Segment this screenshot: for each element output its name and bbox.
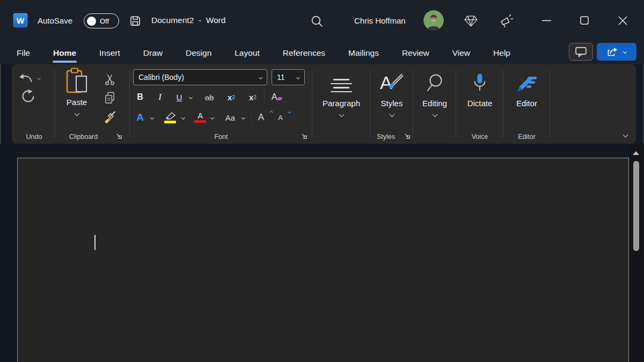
collapse-ribbon-button[interactable] [624, 130, 627, 138]
styles-dialog-launcher[interactable] [402, 132, 411, 141]
word-logo-icon[interactable]: W [13, 13, 28, 28]
editing-group: Editing [413, 64, 456, 144]
tab-design[interactable]: Design [186, 48, 211, 58]
font-color-icon: A [194, 113, 206, 123]
rewards-gem-button[interactable] [463, 14, 478, 28]
editing-chevron [432, 112, 437, 117]
text-effects-dropdown[interactable] [147, 109, 157, 125]
tab-mailings[interactable]: Mailings [348, 48, 379, 58]
comment-icon [575, 46, 587, 57]
copy-button[interactable] [100, 89, 119, 106]
autosave-label: AutoSave [38, 16, 72, 25]
subscript-base: x [228, 93, 232, 102]
change-case-button[interactable]: Aa [222, 109, 238, 125]
subscript-button[interactable]: x2 [223, 89, 239, 105]
highlighter-icon [164, 112, 176, 123]
styles-label: Styles [381, 99, 403, 108]
editing-label: Editing [422, 99, 447, 108]
clear-formatting-button[interactable]: A [268, 89, 285, 105]
underline-dropdown[interactable] [186, 89, 195, 105]
paragraph-dropdown-button[interactable]: Paragraph [312, 68, 370, 116]
editor-group-label: Editor [503, 133, 550, 141]
cut-scissors-icon [104, 73, 116, 86]
tab-view[interactable]: View [452, 48, 470, 58]
gem-icon [464, 15, 478, 27]
user-name[interactable]: Chris Hoffman [354, 16, 406, 25]
close-button[interactable] [610, 10, 635, 31]
editor-label: Editor [516, 99, 537, 108]
redo-icon [21, 89, 35, 104]
avatar[interactable] [423, 10, 444, 31]
clipboard-group: Paste [55, 64, 130, 144]
grow-font-button[interactable]: A [255, 109, 272, 125]
styles-button[interactable]: A Styles [370, 68, 413, 116]
font-color-button[interactable]: A [193, 109, 207, 125]
document-title: Document2 - Word [151, 16, 225, 25]
font-row-2: B I U ab x2 x2 A [133, 88, 312, 106]
italic-button[interactable]: I [153, 89, 166, 105]
styles-group: A Styles Styles [370, 64, 413, 144]
tab-draw[interactable]: Draw [143, 48, 163, 58]
editing-button[interactable]: Editing [413, 68, 456, 116]
font-name-combobox[interactable]: Calibri (Body) [133, 69, 267, 85]
undo-icon [18, 72, 33, 84]
change-case-dropdown[interactable] [238, 109, 248, 125]
save-button[interactable] [128, 14, 142, 28]
editor-button[interactable]: Editor [503, 68, 550, 108]
font-dialog-launcher[interactable] [299, 132, 308, 141]
scrollbar-thumb[interactable] [633, 161, 639, 251]
tab-insert[interactable]: Insert [99, 48, 120, 58]
text-cursor [94, 235, 96, 250]
comments-button[interactable] [569, 43, 593, 61]
search-button[interactable] [310, 14, 324, 28]
clear-formatting-icon: A [272, 92, 282, 102]
tab-file[interactable]: File [17, 48, 30, 58]
font-name-chevron [259, 75, 262, 79]
highlight-color-dropdown[interactable] [178, 109, 188, 125]
dictate-button[interactable]: Dictate [456, 68, 503, 108]
paragraph-icon [331, 68, 352, 95]
autosave-toggle[interactable]: Off [84, 13, 119, 28]
dictate-label: Dictate [467, 99, 493, 108]
undo-dropdown-chevron [37, 76, 41, 79]
redo-button[interactable] [19, 89, 36, 105]
scroll-up-arrow[interactable] [633, 151, 639, 155]
paste-label: Paste [67, 98, 87, 107]
font-row-3: A A [133, 109, 312, 126]
ribbon-tab-bar: File Home Insert Draw Design Layout Refe… [0, 42, 644, 64]
document-canvas[interactable] [0, 144, 644, 362]
bold-button[interactable]: B [133, 89, 147, 105]
svg-text:W: W [17, 16, 25, 25]
clipboard-dialog-launcher[interactable] [114, 132, 123, 141]
voice-group-label: Voice [456, 133, 503, 141]
text-effects-button[interactable]: A [133, 109, 147, 125]
tab-help[interactable]: Help [493, 48, 510, 58]
superscript-button[interactable]: x2 [245, 89, 261, 105]
format-painter-button[interactable] [100, 108, 119, 125]
grow-font-glyph: A [258, 112, 264, 123]
share-button[interactable] [597, 43, 636, 61]
undo-button[interactable] [18, 71, 44, 85]
minimize-button[interactable] [534, 10, 559, 31]
underline-button[interactable]: U [173, 89, 186, 105]
paste-dropdown-chevron [74, 111, 79, 116]
vertical-scrollbar[interactable] [629, 145, 643, 362]
font-color-dropdown[interactable] [207, 109, 217, 125]
font-size-combobox[interactable]: 11 [272, 69, 305, 85]
tab-references[interactable]: References [283, 48, 325, 58]
highlight-color-button[interactable] [162, 109, 178, 125]
tab-review[interactable]: Review [402, 48, 429, 58]
cut-button[interactable] [100, 71, 119, 88]
undo-group: Undo [13, 64, 55, 144]
feedback-button[interactable] [498, 13, 514, 28]
maximize-button[interactable] [572, 10, 597, 31]
tab-layout[interactable]: Layout [235, 48, 260, 58]
superscript-mark: 2 [253, 94, 257, 100]
paste-button[interactable]: Paste [58, 68, 95, 115]
document-page[interactable] [17, 158, 629, 362]
shrink-font-button[interactable]: A [275, 109, 290, 125]
tab-home[interactable]: Home [53, 48, 76, 58]
strikethrough-button[interactable]: ab [201, 89, 218, 105]
share-dropdown-chevron [623, 50, 627, 54]
editor-pen-icon [516, 68, 538, 95]
